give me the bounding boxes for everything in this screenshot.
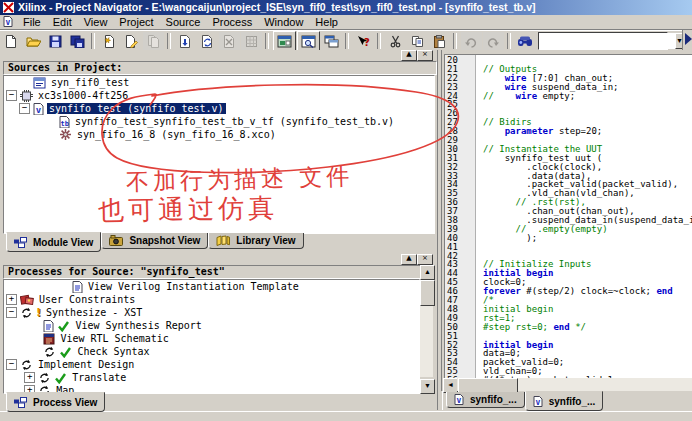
check-icon	[59, 346, 72, 358]
svg-text:v: v	[457, 396, 462, 405]
menu-process[interactable]: Process	[206, 16, 258, 28]
tab-snapshot-view[interactable]: Snapshot View	[101, 233, 208, 249]
tab-label: synfifo_...	[549, 396, 596, 407]
menu-help[interactable]: Help	[309, 16, 344, 28]
source-tree-item[interactable]: syn_fifo_16_8 (syn_fifo_16_8.xco)	[4, 128, 434, 141]
document-tab-synfifo-[interactable]: vsynfifo_...	[446, 392, 525, 408]
sources-panel-grip[interactable]: ▲ ×	[0, 50, 437, 59]
new-source-button[interactable]	[99, 32, 120, 50]
toggle-sources-window-button[interactable]	[273, 31, 296, 51]
save-all-button[interactable]	[67, 32, 88, 50]
tab-process-view[interactable]: Process View	[6, 392, 105, 412]
toolbar-separator	[345, 33, 349, 49]
source-tree-item[interactable]: tbsynfifo_test_synfifo_test_tb_v_tf (syn…	[4, 115, 434, 128]
copy-button[interactable]	[407, 32, 428, 50]
open-file-button[interactable]	[23, 32, 44, 50]
expander-minus-icon[interactable]: −	[19, 103, 30, 114]
expander-plus-icon[interactable]: +	[6, 294, 17, 305]
sources-panel-header: Sources in Project:	[3, 61, 437, 75]
document-tab-synfifo-[interactable]: vsynfifo_...	[525, 391, 604, 411]
code-editor[interactable]: 2021// Outputs22 wire [7:0] chan_out;23 …	[444, 54, 692, 380]
redo-button[interactable]	[483, 32, 504, 50]
doc-icon	[43, 320, 54, 332]
process-icon	[43, 346, 56, 358]
code-text	[477, 100, 483, 109]
code-line: 50#step rst=0; end */	[445, 323, 692, 332]
toggle-processes-window-button[interactable]	[297, 31, 320, 51]
process-tree-item[interactable]: View RTL Schematic	[4, 332, 419, 345]
expander-minus-icon[interactable]: −	[6, 90, 17, 101]
tab-library-view[interactable]: Library View	[208, 233, 303, 249]
processes-scroll-up-button[interactable]: ▲	[420, 265, 435, 280]
rtl-icon	[43, 333, 55, 345]
process-tree-item[interactable]: +Translate	[4, 371, 419, 384]
source-tree-item[interactable]: −vsynfifo_test (synfifo_test.v)	[4, 102, 434, 115]
verilog-icon: v	[33, 103, 44, 115]
source-tree-item[interactable]: −xc3s1000-4ft256	[4, 89, 434, 102]
stop-button[interactable]	[241, 32, 262, 50]
paste-button[interactable]	[429, 32, 450, 50]
moduleview-icon	[14, 237, 27, 248]
tree-indent	[4, 390, 24, 391]
rerun-all-button[interactable]	[219, 32, 240, 50]
window-title: Xilinx - Project Navigator - E:\wangcaij…	[0, 0, 692, 15]
expander-plus-icon[interactable]: +	[24, 372, 35, 383]
new-file-button[interactable]	[1, 32, 22, 50]
processview-icon	[14, 397, 27, 408]
process-tree-item[interactable]: −!Synthesize - XST	[4, 306, 419, 319]
active-document-icon[interactable]: v	[3, 16, 13, 29]
process-tree-item[interactable]: Check Syntax	[4, 345, 419, 358]
sources-panel-close-button[interactable]: ×	[417, 50, 433, 61]
add-source-button[interactable]	[121, 32, 142, 50]
process-tree-item-label: User Constraints	[37, 294, 137, 305]
toggle-transcript-window-button[interactable]	[321, 32, 342, 50]
tab-module-view[interactable]: Module View	[6, 232, 101, 252]
tree-indent	[4, 134, 45, 135]
statusbar	[0, 411, 692, 421]
toolbar-separator	[265, 33, 269, 49]
source-tree-item-label: synfifo_test_synfifo_test_tb_v_tf (synfi…	[73, 116, 396, 127]
cut-button[interactable]	[385, 32, 406, 50]
editor-document-tabs: vsynfifo_...vsynfifo_...	[446, 392, 603, 411]
processes-panel-header: Processes for Source: "synfifo_test"	[3, 265, 425, 279]
search-input[interactable]	[539, 33, 675, 49]
menu-source[interactable]: Source	[160, 16, 207, 28]
menu-view[interactable]: View	[78, 16, 114, 28]
check-icon	[57, 320, 70, 332]
code-text: // wire empty;	[477, 92, 575, 101]
processes-panel-grip[interactable]: ▲ ×	[0, 254, 437, 263]
tree-indent	[4, 286, 58, 287]
process-tree-item[interactable]: −Implement Design	[4, 358, 419, 371]
save-button[interactable]	[45, 32, 66, 50]
processes-scrollbar-thumb[interactable]	[420, 280, 435, 306]
expander-minus-icon[interactable]: −	[6, 359, 17, 370]
editor-scrollbar-thumb[interactable]	[458, 378, 518, 393]
pointer-tool-icon[interactable]	[685, 33, 692, 45]
editor-scroll-left-button[interactable]: ◄	[443, 378, 458, 393]
help-pointer-button[interactable]: ?	[353, 32, 374, 50]
titlebar[interactable]: Xilinx - Project Navigator - E:\wangcaij…	[0, 0, 692, 15]
menu-project[interactable]: Project	[113, 16, 159, 28]
process-tree-item[interactable]: +User Constraints	[4, 293, 419, 306]
rerun-button[interactable]	[197, 32, 218, 50]
processes-panel-maximize-button[interactable]: ▲	[401, 254, 417, 265]
source-tree-item-label: syn_fif0_test	[49, 77, 131, 88]
process-tree-item-label: Synthesize - XST	[44, 307, 144, 318]
menu-edit[interactable]: Edit	[47, 16, 78, 28]
toolbar-separator	[167, 33, 171, 49]
vfile-icon: v	[533, 396, 543, 407]
add-copy-of-source-button[interactable]	[143, 32, 164, 50]
process-tree-item[interactable]: View Verilog Instantiation Template	[4, 280, 419, 293]
menu-window[interactable]: Window	[258, 16, 309, 28]
undo-button[interactable]	[461, 32, 482, 50]
process-tree-item[interactable]: View Synthesis Report	[4, 319, 419, 332]
menu-file[interactable]: File	[17, 16, 47, 28]
source-tree-item[interactable]: syn_fif0_test	[4, 76, 434, 89]
run-button[interactable]	[175, 32, 196, 50]
processes-panel-close-button[interactable]: ×	[417, 254, 433, 265]
find-in-files-button[interactable]	[515, 32, 536, 50]
sources-panel-maximize-button[interactable]: ▲	[401, 50, 417, 61]
processes-scroll-down-button[interactable]: ▼	[420, 379, 435, 394]
project-navigator-window: Xilinx - Project Navigator - E:\wangcaij…	[0, 0, 692, 421]
expander-minus-icon[interactable]: −	[6, 307, 17, 318]
